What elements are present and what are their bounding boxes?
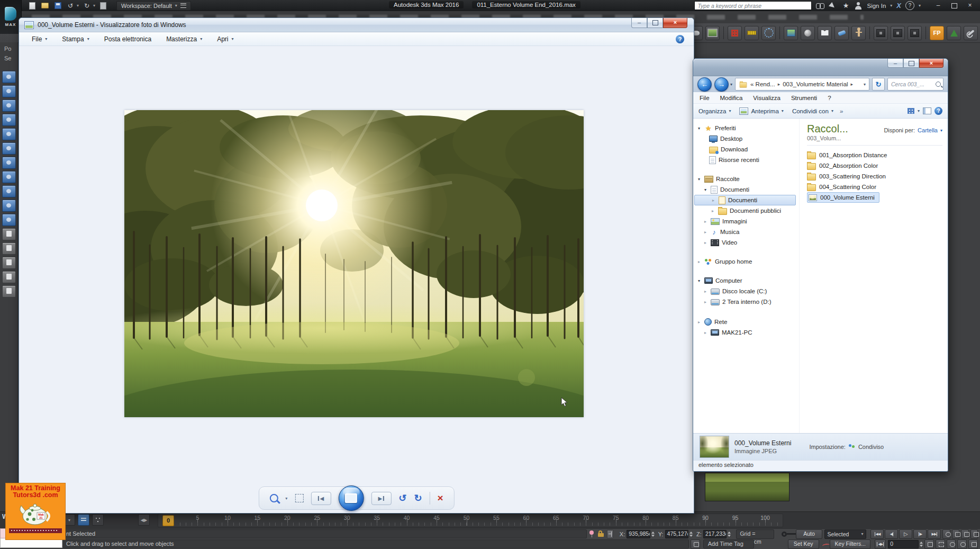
search-icon[interactable]	[936, 82, 941, 87]
go-to-end-button[interactable]: ▶▶	[928, 529, 941, 539]
sidebar-item-risorse-recenti[interactable]: Risorse recenti	[693, 155, 799, 165]
rail-material-icon[interactable]	[2, 157, 16, 169]
sidebar-item-rete[interactable]: ▸ Rete	[693, 317, 799, 327]
time-configuration-icon[interactable]	[924, 539, 934, 549]
explorer-minimize-button[interactable]: –	[887, 59, 903, 68]
wrench-tool-icon[interactable]	[964, 26, 978, 40]
next-image-button[interactable]: ▶	[371, 492, 391, 505]
set-keys-key-icon[interactable]	[782, 530, 792, 538]
previous-image-button[interactable]: ◀	[311, 492, 331, 505]
explorer-search-box[interactable]	[887, 78, 943, 91]
history-caret-icon[interactable]: ▾	[730, 82, 732, 87]
rail-document-icon[interactable]	[2, 242, 16, 255]
isolate-pin-icon[interactable]	[589, 530, 593, 537]
menu-stampa[interactable]: Stampa▾	[62, 35, 89, 43]
back-button[interactable]: ←	[697, 77, 712, 92]
x-spinner[interactable]	[651, 530, 655, 538]
rotate-right-icon[interactable]: ↻	[414, 493, 422, 503]
add-time-tag-field[interactable]: Add Time Tag	[703, 539, 754, 548]
rail-document-icon[interactable]	[2, 257, 16, 269]
viewer-titlebar[interactable]: 000_Volume Esterni - Visualizzatore foto…	[19, 18, 694, 32]
viewer-maximize-button[interactable]	[647, 18, 663, 28]
open-file-icon[interactable]	[40, 2, 50, 10]
expander-icon[interactable]: ▸	[703, 330, 708, 335]
menu-apri[interactable]: Apri▾	[217, 35, 233, 43]
change-view-icon[interactable]	[908, 108, 914, 114]
y-spinner[interactable]	[689, 530, 693, 538]
forest-pack-icon[interactable]	[947, 26, 961, 40]
time-tag-icon[interactable]	[691, 539, 700, 549]
rendered-frame-window-icon[interactable]	[705, 26, 720, 40]
sign-in-caret-icon[interactable]: ▾	[890, 3, 892, 8]
project-toolbar-icon[interactable]	[98, 2, 108, 10]
breadcrumb-arrow-icon[interactable]: ▸	[851, 82, 854, 87]
sign-in-link[interactable]: Sign In	[867, 3, 886, 9]
explorer-menu-help[interactable]: ?	[828, 95, 831, 101]
breadcrumb-root[interactable]: « Rend...	[750, 81, 775, 87]
delete-image-icon[interactable]: ×	[438, 493, 443, 503]
rail-material-icon[interactable]	[2, 85, 16, 97]
sidebar-item-computer[interactable]: ▾ Computer	[693, 275, 799, 286]
rail-material-icon[interactable]	[2, 100, 16, 112]
sidebar-item-raccolte[interactable]: ▾ Raccolte	[693, 174, 799, 184]
z-coordinate-field[interactable]: 217,233cm	[703, 530, 727, 538]
save-file-icon[interactable]	[53, 2, 62, 10]
expander-icon[interactable]: ▸	[703, 230, 708, 235]
sidebar-item-video[interactable]: ▸ Video	[693, 237, 799, 248]
menu-file[interactable]: File▾	[32, 35, 47, 43]
z-spinner[interactable]	[728, 530, 731, 538]
hierarchy-icon[interactable]	[92, 514, 104, 526]
fumefx-icon[interactable]: FP	[930, 26, 944, 40]
expander-icon[interactable]: ▸	[703, 300, 708, 304]
key-mode-curve-icon[interactable]	[821, 541, 830, 548]
selection-filter-dropdown[interactable]: Selected ▾	[824, 529, 867, 539]
expander-icon[interactable]: ▸	[703, 289, 708, 294]
layer-stack-icon[interactable]	[78, 514, 89, 526]
max-minimize-button[interactable]: –	[930, 1, 946, 11]
sidebar-item-gruppo-home[interactable]: ▸ Gruppo home	[693, 256, 799, 267]
rail-document-icon[interactable]	[2, 271, 16, 283]
sidebar-item-download[interactable]: Download	[693, 144, 799, 155]
expander-icon[interactable]: ▸	[696, 259, 702, 264]
condividi-con-button[interactable]: Condividi con▾	[792, 108, 833, 114]
favorites-star-icon[interactable]: ★	[841, 2, 850, 10]
previous-frame-button[interactable]: ◀	[885, 529, 898, 539]
arrange-by-value[interactable]: Cartella	[918, 127, 938, 133]
new-file-icon[interactable]	[28, 2, 37, 10]
set-key-button[interactable]: Set Key	[788, 539, 819, 549]
slideshow-play-button[interactable]	[338, 485, 364, 511]
biped-icon[interactable]	[851, 26, 866, 40]
file-row-002-absorption-color[interactable]: 002_Absorption Color	[807, 160, 942, 171]
explorer-menu-strumenti[interactable]: Strumenti	[791, 95, 817, 101]
dope-sheet-icon[interactable]	[891, 26, 905, 40]
rotate-left-icon[interactable]: ↺	[398, 493, 406, 503]
forward-button[interactable]: →	[714, 77, 729, 92]
explorer-titlebar[interactable]: – ×	[693, 59, 948, 76]
pan-hand-icon[interactable]	[947, 539, 956, 549]
orbit-icon[interactable]	[957, 539, 967, 549]
layer-manager-icon[interactable]	[784, 26, 798, 40]
frame-spinner[interactable]	[920, 540, 923, 548]
measure-tool-icon[interactable]	[745, 26, 759, 40]
menu-posta-elettronica[interactable]: Posta elettronica	[104, 35, 151, 43]
anteprima-button[interactable]: Anteprima▾	[739, 107, 783, 115]
menu-masterizza[interactable]: Masterizza▾	[166, 35, 202, 43]
rail-material-icon[interactable]	[2, 71, 16, 83]
explorer-help-icon[interactable]: ?	[934, 107, 942, 115]
keyword-search-input[interactable]	[694, 1, 812, 10]
rail-material-icon[interactable]	[2, 171, 16, 183]
arrange-by-control[interactable]: Disponi per: Cartella ▾	[884, 127, 942, 133]
explorer-menu-modifica[interactable]: Modifica	[720, 95, 743, 101]
rail-material-icon[interactable]	[2, 128, 16, 140]
actual-size-icon[interactable]	[295, 494, 303, 502]
help-icon[interactable]: ?	[905, 1, 914, 10]
selection-region-icon[interactable]	[936, 539, 945, 549]
key-filters-button[interactable]: Key Filters...	[830, 539, 870, 549]
workspace-selector[interactable]: Workspace: Default ▾	[116, 1, 191, 11]
explorer-menu-file[interactable]: File	[700, 95, 710, 101]
snap-toggle-icon[interactable]	[952, 529, 959, 539]
rail-material-icon[interactable]	[2, 214, 16, 226]
sidebar-item-desktop[interactable]: Desktop	[693, 133, 799, 144]
expander-icon[interactable]: ▸	[703, 240, 708, 245]
rail-document-icon[interactable]	[2, 228, 16, 240]
